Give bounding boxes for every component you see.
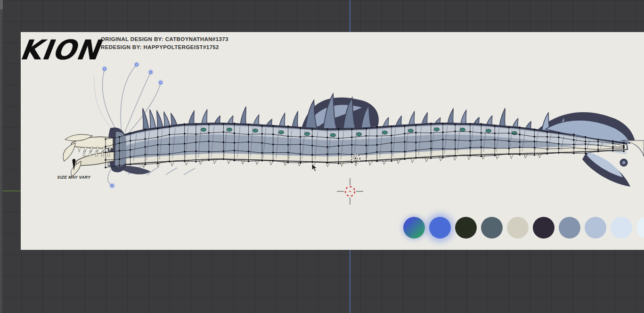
window-edge-strip <box>0 0 2 313</box>
window-edge-corner <box>0 0 3 9</box>
palette-swatch-light-steel <box>585 217 606 239</box>
pivot-median-point <box>349 152 362 165</box>
palette-swatch-royal-blue <box>429 217 451 239</box>
reference-image-plane[interactable]: KION ORIGINAL DESIGN BY: CATBOYNATHAN#13… <box>21 32 644 250</box>
palette-swatch-slate-gray <box>481 217 503 239</box>
palette-swatch-blue-green-gradient <box>403 217 425 239</box>
palette-swatch-pale-blue <box>611 217 632 239</box>
palette-swatch-steel-blue <box>559 217 580 239</box>
mouse-cursor <box>311 164 320 173</box>
palette-swatch-beige <box>507 217 529 239</box>
blender-3d-viewport[interactable]: KION ORIGINAL DESIGN BY: CATBOYNATHAN#13… <box>0 0 644 313</box>
3d-cursor <box>336 177 364 206</box>
creature-size-icon <box>70 158 78 173</box>
color-palette <box>403 217 644 239</box>
size-note-label: SIZE MAY VARY <box>57 175 90 180</box>
palette-swatch-dark-olive <box>455 217 477 239</box>
palette-swatch-dark-purple <box>533 217 554 239</box>
palette-swatch-near-white <box>636 217 644 239</box>
creature-illustration <box>63 62 644 189</box>
size-note: SIZE MAY VARY <box>48 158 100 180</box>
